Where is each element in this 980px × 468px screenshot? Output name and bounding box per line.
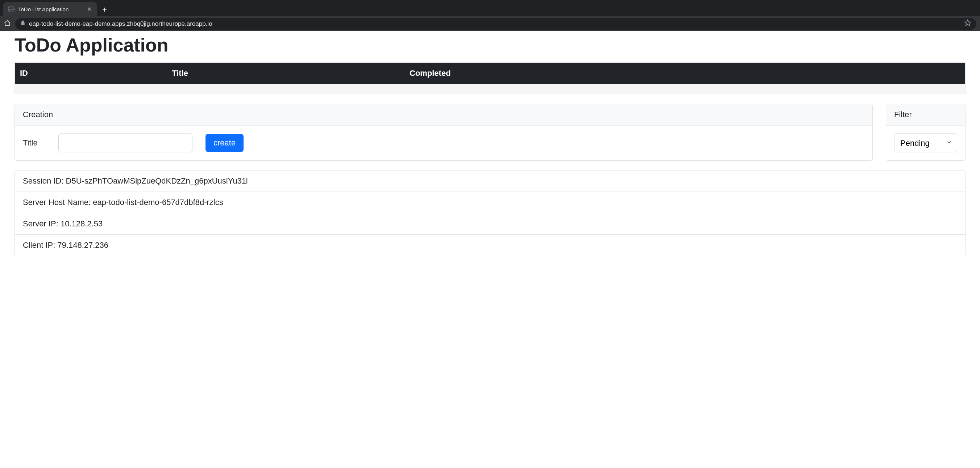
info-client-ip: Client IP: 79.148.27.236	[15, 235, 965, 256]
panels: Creation Title create Filter Pending	[14, 104, 966, 161]
home-icon[interactable]	[4, 19, 11, 28]
filter-card: Filter Pending	[886, 104, 966, 161]
title-input[interactable]	[58, 134, 192, 152]
creation-header: Creation	[15, 104, 872, 126]
filter-select[interactable]: Pending	[894, 134, 957, 152]
url-text: eap-todo-list-demo-eap-demo.apps.zhbq0ji…	[29, 20, 212, 27]
todo-table: ID Title Completed	[14, 62, 966, 94]
info-session-id: Session ID: D5U-szPhTOawMSlpZueQdKDzZn_g…	[15, 171, 965, 192]
creation-form-row: Title create	[23, 134, 864, 152]
title-label: Title	[23, 138, 52, 148]
col-title: Title	[167, 63, 404, 84]
creation-card: Creation Title create	[14, 104, 873, 161]
create-button[interactable]: create	[205, 134, 243, 152]
tab-bar: ToDo List Application × +	[0, 0, 980, 16]
address-bar: eap-todo-list-demo-eap-demo.apps.zhbq0ji…	[0, 16, 980, 31]
table-empty-row	[15, 84, 966, 94]
svg-marker-0	[965, 20, 971, 26]
tab-title: ToDo List Application	[18, 6, 83, 12]
info-server-ip: Server IP: 10.128.2.53	[15, 213, 965, 235]
browser-tab[interactable]: ToDo List Application ×	[3, 2, 97, 16]
browser-chrome: ToDo List Application × + eap-todo-list-…	[0, 0, 980, 31]
col-id: ID	[15, 63, 167, 84]
table-header-row: ID Title Completed	[15, 63, 966, 84]
page-title: ToDo Application	[14, 34, 966, 56]
filter-header: Filter	[886, 104, 965, 126]
col-completed: Completed	[404, 63, 966, 84]
page-content: ToDo Application ID Title Completed Crea…	[0, 34, 980, 271]
new-tab-button[interactable]: +	[97, 4, 112, 16]
star-icon[interactable]	[964, 19, 971, 28]
filter-select-wrap: Pending	[894, 134, 957, 152]
close-icon[interactable]: ×	[87, 5, 92, 13]
lock-icon	[20, 20, 25, 27]
omnibox[interactable]: eap-todo-list-demo-eap-demo.apps.zhbq0ji…	[15, 18, 976, 30]
info-list: Session ID: D5U-szPhTOawMSlpZueQdKDzZn_g…	[14, 170, 966, 256]
info-server-host: Server Host Name: eap-todo-list-demo-657…	[15, 192, 965, 213]
globe-icon	[8, 6, 14, 12]
